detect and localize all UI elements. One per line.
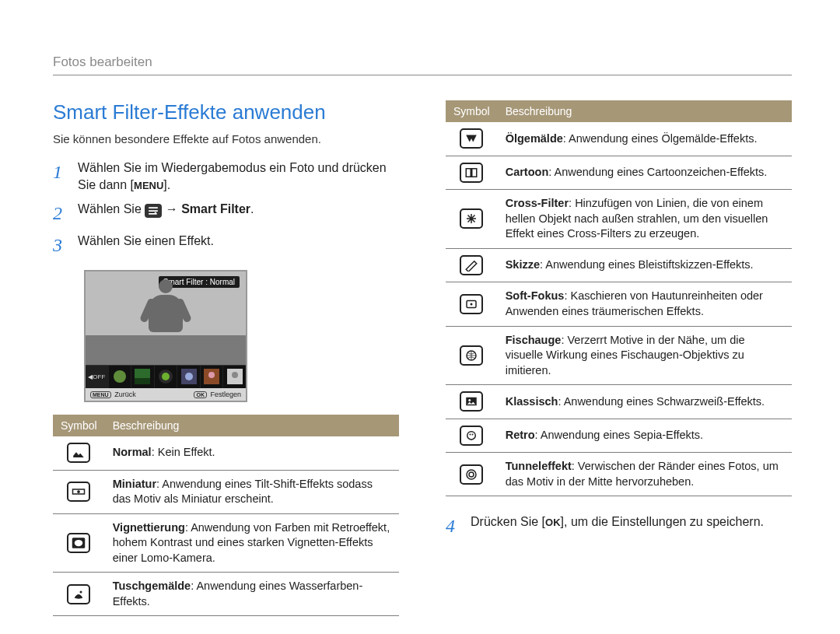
svg-point-10 [232,372,238,378]
filter-inkpainting-icon [67,584,90,604]
filter-thumb[interactable] [177,366,201,388]
table-row: Vignettierung: Anwendung von Farben mit … [53,513,399,573]
ok-pill-icon: OK [194,391,207,398]
svg-point-6 [185,373,193,380]
svg-point-12 [77,490,80,493]
th-desc: Beschreibung [105,415,399,436]
filter-thumb[interactable] [155,366,178,388]
step-3-text: Wählen Sie einen Effekt. [78,233,399,259]
step-1-text: Wählen Sie im Wiedergabemodus ein Foto u… [78,159,399,194]
filter-normal-icon [67,443,90,463]
edit-menu-icon [145,204,162,218]
svg-point-15 [80,590,82,593]
step-number: 3 [53,233,67,259]
step-number: 4 [446,513,460,540]
filter-oilpainting-icon [460,128,483,149]
svg-point-23 [470,433,471,435]
filter-vignette-icon [67,533,90,553]
table-row: Soft-Fokus: Kaschieren von Hautunreinhei… [446,282,792,326]
svg-point-14 [75,540,83,546]
filter-softfocus-icon [460,294,483,314]
filter-cartoon-icon [460,163,483,183]
filter-thumb-off[interactable]: ◀OFF [86,366,109,388]
filter-tunnel-icon [460,464,483,485]
step-4-text: Drücken Sie [OK], um die Einstellungen z… [471,513,792,540]
left-column: Smart Filter-Effekte anwenden Sie können… [53,100,399,616]
preview-bottom-bar: MENU Zurück OK Festlegen [86,388,246,401]
filter-classic-icon [460,391,483,412]
svg-rect-17 [472,168,477,177]
table-row: Tunneleffekt: Verwischen der Ränder eine… [446,453,792,496]
back-label[interactable]: Zurück [114,391,136,398]
step-number: 1 [53,159,67,194]
table-row: Retro: Anwendung eines Sepia-Effekts. [446,419,792,453]
table-row: Fischauge: Verzerrt Motive in der Nähe, … [446,326,792,385]
filter-retro-icon [460,426,483,446]
svg-point-25 [467,470,476,479]
table-row: Normal: Kein Effekt. [53,436,399,470]
th-desc: Beschreibung [498,100,792,122]
svg-point-19 [471,303,473,305]
step-list-right: 4 Drücken Sie [OK], um die Einstellungen… [446,513,792,540]
filter-sketch-icon [460,255,483,275]
svg-rect-16 [467,168,471,177]
silhouette-icon [149,279,183,332]
intro-text: Sie können besondere Effekte auf Fotos a… [53,132,399,145]
camera-preview: Smart Filter : Normal ◀OFF [84,270,247,402]
effects-table-right: Symbol Beschreibung Ölgemälde: Anwendung… [446,100,792,496]
svg-point-4 [162,373,170,380]
step-list: 1 Wählen Sie im Wiedergabemodus ein Foto… [53,159,399,259]
table-row: Cross-Filter: Hinzufügen von Linien, die… [446,190,792,249]
table-row: Ölgemälde: Anwendung eines Ölgemälde-Eff… [446,122,792,156]
filter-thumb[interactable] [109,366,132,388]
svg-rect-2 [135,378,150,384]
filter-thumb[interactable] [131,366,155,388]
ok-button-label: OK [545,516,561,530]
page-title: Smart Filter-Effekte anwenden [53,100,399,124]
table-row: Cartoon: Anwendung eines Cartoonzeichen-… [446,156,792,190]
breadcrumb: Fotos bearbeiten [53,54,792,75]
th-symbol: Symbol [53,415,105,436]
table-row: Miniatur: Anwendung eines Tilt-Shift-Eff… [53,470,399,513]
svg-point-0 [114,370,126,383]
menu-pill-icon: MENU [90,391,111,398]
step-number: 2 [53,201,67,227]
right-column: Symbol Beschreibung Ölgemälde: Anwendung… [446,100,792,616]
filter-thumbnail-strip: ◀OFF [86,365,246,388]
table-row: Klassisch: Anwendung eines Schwarzweiß-E… [446,385,792,419]
table-row: Skizze: Anwendung eines Bleistiftskizzen… [446,248,792,282]
filter-crossfilter-icon [460,208,483,229]
filter-thumb[interactable] [201,366,224,388]
menu-button-label: MENU [134,179,163,193]
svg-point-22 [469,399,471,401]
svg-point-26 [469,472,474,477]
effects-table-left: Symbol Beschreibung Normal: Kein Effekt.… [53,415,399,617]
svg-point-24 [472,433,474,435]
table-row: Tuschgemälde: Anwendung eines Wasserfarb… [53,573,399,616]
filter-miniature-icon [67,482,90,502]
filter-fisheye-icon [460,345,483,366]
filter-thumb[interactable] [223,366,246,388]
set-label[interactable]: Festlegen [210,391,241,398]
svg-point-8 [208,372,215,378]
step-2-text: Wählen Sie → Smart Filter. [78,201,399,227]
th-symbol: Symbol [446,100,498,122]
